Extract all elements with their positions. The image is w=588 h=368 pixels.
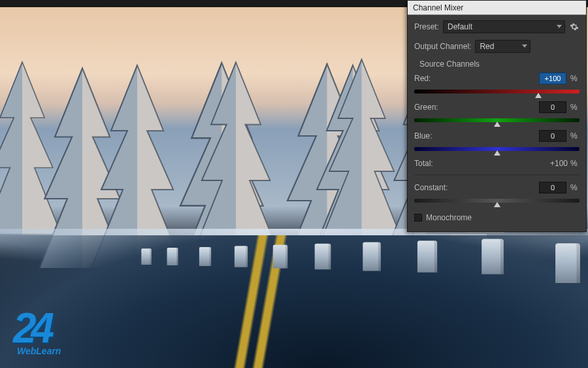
right-tool-strip [582,21,588,75]
preset-select[interactable]: Default [443,20,565,33]
blue-slider[interactable] [414,146,580,152]
red-slider-thumb[interactable] [535,93,542,98]
total-pct: % [570,159,580,168]
preset-label: Preset: [414,22,439,31]
blue-value-input[interactable] [539,130,566,142]
channel-mixer-panel: Channel Mixer Preset: Default Output Cha… [407,0,587,232]
logo-text: WebLearn [17,346,61,356]
blue-label: Blue: [414,131,535,141]
total-label: Total: [414,159,540,168]
strip-icon[interactable] [582,43,588,52]
red-slider-track [414,90,580,93]
constant-slider-thumb[interactable] [494,202,500,207]
blue-slider-thumb[interactable] [494,150,500,156]
divider [414,175,580,175]
constant-pct: % [570,183,580,192]
constant-label: Constant: [414,183,535,192]
monochrome-label[interactable]: Monochrome [426,213,472,222]
total-value: +100 [540,159,568,168]
watermark-logo: 24 WebLearn [13,304,61,356]
preset-value: Default [448,22,472,31]
chevron-down-icon [557,25,562,28]
green-pct: % [570,103,580,112]
constant-value-input[interactable] [539,182,566,193]
red-slider[interactable] [414,88,580,95]
green-slider-thumb[interactable] [494,122,500,127]
output-channel-label: Output Channel: [414,42,471,51]
monochrome-checkbox[interactable] [414,214,422,222]
output-channel-select[interactable]: Red [475,40,531,53]
gear-icon[interactable] [569,22,580,32]
source-channels-label: Source Channels [419,59,580,69]
strip-icon[interactable] [582,21,588,30]
green-slider[interactable] [414,117,580,124]
panel-title: Channel Mixer [408,1,586,15]
green-label: Green: [414,103,535,112]
strip-icon[interactable] [582,65,588,75]
chevron-down-icon [522,44,527,48]
output-channel-value: Red [480,42,494,51]
green-value-input[interactable] [539,101,566,113]
red-label: Red: [414,74,535,83]
logo-number: 24 [13,304,61,352]
photo-guardrail [0,242,588,278]
constant-slider[interactable] [414,197,580,204]
red-value-input[interactable] [539,73,566,84]
red-pct: % [570,74,580,83]
blue-pct: % [570,131,580,141]
